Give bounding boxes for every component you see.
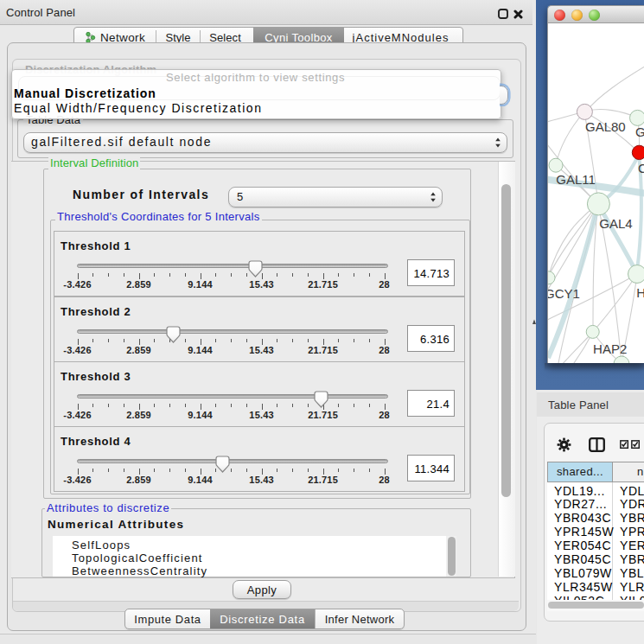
svg-text:H: H [636, 285, 644, 300]
svg-text:GA: GA [635, 124, 644, 139]
svg-text:GAL80: GAL80 [585, 119, 626, 134]
svg-text:GAL11: GAL11 [556, 172, 596, 187]
svg-text:GCY1: GCY1 [548, 286, 580, 301]
svg-text:HAP2: HAP2 [593, 341, 627, 356]
svg-text:GAL4: GAL4 [599, 216, 632, 231]
svg-text:C: C [638, 161, 644, 175]
